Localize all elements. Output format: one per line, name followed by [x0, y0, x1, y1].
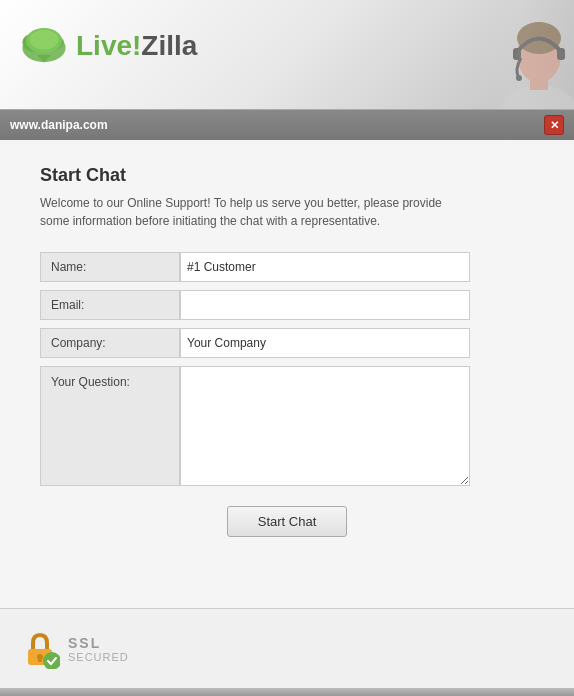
logo-text: Live!Zilla: [76, 30, 197, 62]
ssl-label: SSL: [68, 635, 129, 651]
name-input[interactable]: [180, 252, 470, 282]
question-input[interactable]: [180, 366, 470, 486]
ssl-sublabel: SECURED: [68, 651, 129, 663]
bottom-strip: [0, 688, 574, 696]
toolbar-url: www.danipa.com: [10, 118, 544, 132]
header-person-image: [484, 0, 574, 110]
toolbar: www.danipa.com: [0, 110, 574, 140]
person-svg: [484, 0, 574, 110]
svg-rect-13: [484, 0, 574, 110]
company-input[interactable]: [180, 328, 470, 358]
logo-icon: [20, 28, 68, 64]
form-description: Welcome to our Online Support! To help u…: [40, 194, 460, 230]
footer: SSL SECURED: [0, 608, 574, 688]
start-chat-button[interactable]: Start Chat: [227, 506, 348, 537]
logo-live: Live!: [76, 30, 141, 61]
form-title: Start Chat: [40, 165, 534, 186]
form: Name: Email: Company: Your Question:: [40, 252, 470, 490]
logo-zilla: Zilla: [141, 30, 197, 61]
question-row: Your Question:: [40, 366, 470, 486]
ssl-text: SSL SECURED: [68, 635, 129, 663]
svg-rect-16: [38, 657, 42, 662]
question-label: Your Question:: [40, 366, 180, 486]
email-row: Email:: [40, 290, 470, 320]
ssl-badge: SSL SECURED: [20, 629, 129, 669]
ssl-icon: [20, 629, 60, 669]
logo: Live!Zilla: [20, 28, 197, 64]
header: Live!Zilla: [0, 0, 574, 110]
svg-point-5: [30, 30, 59, 50]
company-label: Company:: [40, 328, 180, 358]
email-input[interactable]: [180, 290, 470, 320]
name-label: Name:: [40, 252, 180, 282]
main-content: Start Chat Welcome to our Online Support…: [0, 140, 574, 608]
button-row: Start Chat: [40, 506, 534, 537]
company-row: Company:: [40, 328, 470, 358]
close-button[interactable]: [544, 115, 564, 135]
name-row: Name:: [40, 252, 470, 282]
email-label: Email:: [40, 290, 180, 320]
